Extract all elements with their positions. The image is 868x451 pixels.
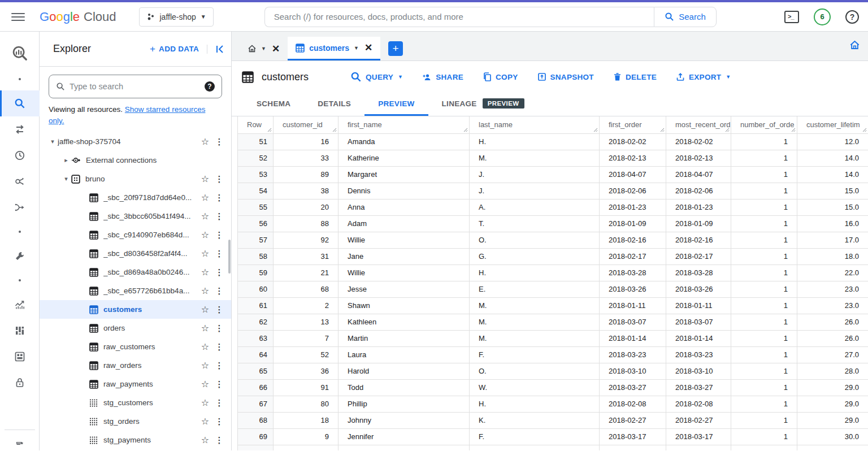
close-icon[interactable]: ✕ [364, 42, 372, 54]
star-icon[interactable]: ☆ [197, 397, 213, 408]
tree-item-_sbc_3bbcc605b41f494[interactable]: _sbc_3bbcc605b41f494...☆⋮ [40, 207, 231, 226]
transfers-icon[interactable] [0, 116, 40, 142]
star-icon[interactable]: ☆ [197, 435, 213, 445]
copy-button[interactable]: COPY [483, 72, 518, 81]
release-notes-icon[interactable] [15, 441, 25, 449]
star-icon[interactable]: ☆ [197, 360, 213, 371]
hamburger-menu-icon[interactable] [11, 10, 25, 24]
tree-item-dataset-bruno[interactable]: ▾bruno☆⋮ [40, 170, 231, 188]
analytics-hub-icon[interactable] [0, 194, 40, 220]
star-icon[interactable]: ☆ [197, 267, 213, 277]
tree-item-_sbc_d869a48a0b0246[interactable]: _sbc_d869a48a0b0246...☆⋮ [40, 263, 231, 281]
notifications-badge[interactable]: 6 [814, 8, 831, 25]
star-icon[interactable]: ☆ [197, 229, 213, 240]
export-button[interactable]: EXPORT▼ [676, 72, 731, 81]
admin-wrench-icon[interactable] [0, 243, 40, 269]
collapse-panel-icon[interactable] [207, 45, 224, 54]
kebab-menu-icon[interactable]: ⋮ [213, 379, 225, 389]
star-icon[interactable]: ☆ [197, 192, 213, 203]
column-header-most_recent_ord[interactable]: most_recent_ord [666, 116, 731, 133]
star-icon[interactable]: ☆ [197, 341, 213, 352]
expand-caret-icon[interactable]: ▾ [61, 175, 71, 183]
star-icon[interactable]: ☆ [197, 248, 213, 259]
tree-item-orders[interactable]: orders☆⋮ [40, 319, 231, 337]
tree-item-stg_payments[interactable]: stg_payments☆⋮ [40, 431, 231, 449]
tab-customers[interactable]: customers ▼ ✕ [288, 37, 380, 60]
kebab-menu-icon[interactable]: ⋮ [213, 323, 225, 333]
help-icon[interactable]: ? [845, 10, 859, 24]
star-icon[interactable]: ☆ [197, 323, 213, 333]
column-header-number_of_orde[interactable]: number_of_orde [731, 116, 797, 133]
search-icon[interactable] [0, 90, 40, 116]
explorer-scrollbar[interactable] [228, 240, 231, 274]
collapse-caret-icon[interactable]: ▸ [61, 157, 71, 164]
explorer-search-box[interactable]: ? [49, 75, 222, 98]
subtab-preview[interactable]: PREVIEW [364, 93, 428, 116]
cloud-shell-icon[interactable]: >_ [784, 11, 799, 23]
kebab-menu-icon[interactable]: ⋮ [213, 211, 225, 222]
tree-item-_sbc_20f9718d7dd64e0[interactable]: _sbc_20f9718d7dd64e0...☆⋮ [40, 188, 231, 207]
tree-item-_sbc_e657726b61bb4a[interactable]: _sbc_e657726b61bb4a...☆⋮ [40, 281, 231, 300]
close-icon[interactable]: ✕ [272, 43, 280, 55]
column-header-first_name[interactable]: first_name [338, 116, 470, 133]
tree-item-stg_customers[interactable]: stg_customers☆⋮ [40, 393, 231, 412]
column-resize-handle[interactable] [791, 128, 796, 132]
subtab-lineage[interactable]: LINEAGEPREVIEW [428, 93, 538, 116]
tree-item-raw_customers[interactable]: raw_customers☆⋮ [40, 337, 231, 356]
search-help-icon[interactable]: ? [205, 81, 215, 92]
kebab-menu-icon[interactable]: ⋮ [213, 342, 225, 352]
global-search-input[interactable] [264, 7, 654, 27]
star-icon[interactable]: ☆ [197, 304, 213, 315]
star-icon[interactable]: ☆ [197, 416, 213, 427]
share-button[interactable]: SHARE [422, 72, 463, 82]
add-data-button[interactable]: + ADD DATA [150, 44, 199, 55]
kebab-menu-icon[interactable]: ⋮ [213, 286, 225, 296]
star-icon[interactable]: ☆ [197, 136, 213, 147]
subtab-schema[interactable]: SCHEMA [243, 93, 304, 116]
kebab-menu-icon[interactable]: ⋮ [213, 137, 225, 147]
column-resize-handle[interactable] [593, 128, 598, 132]
subtab-details[interactable]: DETAILS [304, 93, 364, 116]
delete-button[interactable]: DELETE [613, 72, 657, 81]
column-header-last_name[interactable]: last_name [470, 116, 600, 133]
column-header-customer_id[interactable]: customer_id [274, 116, 338, 133]
scheduled-queries-icon[interactable] [0, 142, 40, 168]
kebab-menu-icon[interactable]: ⋮ [213, 267, 225, 277]
explorer-search-input[interactable] [70, 82, 200, 91]
lock-icon[interactable] [0, 370, 40, 396]
kebab-menu-icon[interactable]: ⋮ [213, 417, 225, 427]
tree-item-raw_orders[interactable]: raw_orders☆⋮ [40, 356, 231, 375]
project-selector[interactable]: jaffle-shop ▼ [139, 7, 214, 27]
tab-home[interactable]: ▼ ✕ [240, 37, 288, 60]
tree-item-external-connections[interactable]: ▸External connections [40, 151, 231, 170]
column-resize-handle[interactable] [463, 128, 468, 132]
kebab-menu-icon[interactable]: ⋮ [213, 230, 225, 240]
kebab-menu-icon[interactable]: ⋮ [213, 193, 225, 203]
reservations-icon[interactable] [0, 168, 40, 194]
monitoring-icon[interactable] [0, 292, 40, 318]
star-icon[interactable]: ☆ [197, 285, 213, 296]
tree-item-_sbc_d8036458f2af4f4[interactable]: _sbc_d8036458f2af4f4...☆⋮ [40, 244, 231, 263]
kebab-menu-icon[interactable]: ⋮ [213, 305, 225, 315]
tree-item-project[interactable]: ▾jaffle-shop-375704☆⋮ [40, 132, 231, 151]
tree-item-stg_orders[interactable]: stg_orders☆⋮ [40, 412, 231, 431]
chevron-down-icon[interactable]: ▼ [261, 46, 266, 51]
column-header-customer_lifetim[interactable]: customer_lifetim [797, 116, 868, 133]
star-icon[interactable]: ☆ [197, 379, 213, 389]
new-tab-button[interactable]: + [388, 41, 403, 56]
kebab-menu-icon[interactable]: ⋮ [213, 435, 225, 445]
tree-item-raw_payments[interactable]: raw_payments☆⋮ [40, 375, 231, 393]
column-resize-handle[interactable] [332, 128, 337, 132]
kebab-menu-icon[interactable]: ⋮ [213, 249, 225, 259]
column-resize-handle[interactable] [725, 128, 730, 132]
column-header-row[interactable]: Row [238, 116, 274, 133]
expand-caret-icon[interactable]: ▾ [47, 138, 58, 145]
kebab-menu-icon[interactable]: ⋮ [213, 174, 225, 184]
home-shortcut-icon[interactable] [849, 40, 860, 50]
kebab-menu-icon[interactable]: ⋮ [213, 361, 225, 371]
global-search-button[interactable]: Search [654, 7, 717, 27]
column-resize-handle[interactable] [267, 128, 272, 132]
bi-engine-icon[interactable] [0, 344, 40, 370]
star-icon[interactable]: ☆ [197, 211, 213, 222]
capacity-icon[interactable] [0, 318, 40, 344]
